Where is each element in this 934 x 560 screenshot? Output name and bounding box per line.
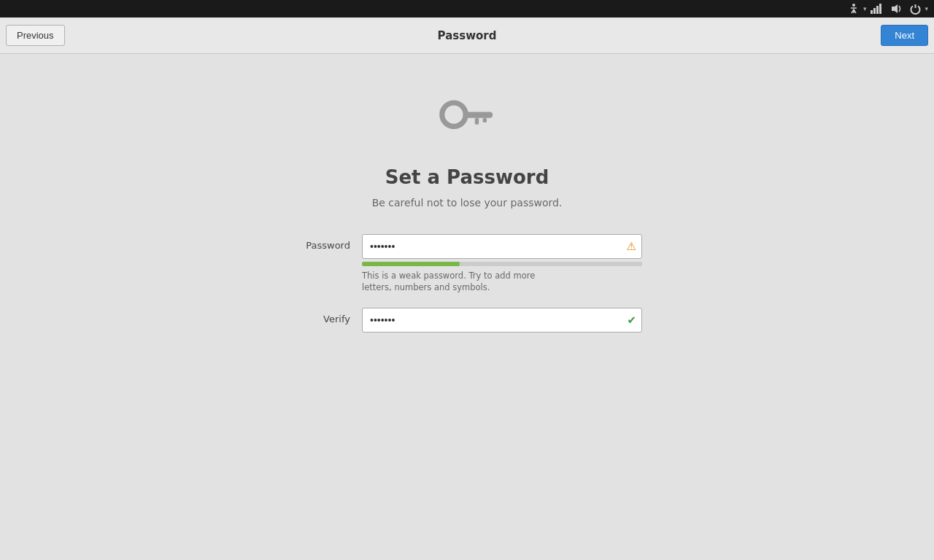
strength-bar-background <box>362 262 642 266</box>
verify-field-container: ✔ <box>362 308 642 332</box>
svg-point-6 <box>442 103 466 126</box>
main-heading: Set a Password <box>385 166 549 188</box>
sound-icon[interactable] <box>888 2 904 15</box>
form-area: Password ⚠ This is a weak password. Try … <box>292 234 642 332</box>
power-group[interactable]: ▾ <box>907 2 928 15</box>
main-content: Set a Password Be careful not to lose yo… <box>0 54 934 560</box>
password-field-container: ⚠ This is a weak password. Try to add mo… <box>362 234 642 293</box>
svg-point-0 <box>852 4 855 7</box>
svg-rect-3 <box>876 6 879 14</box>
page-title: Password <box>438 29 497 42</box>
power-icon[interactable] <box>907 2 923 15</box>
strength-bar-fill <box>362 262 460 266</box>
key-icon <box>434 90 500 141</box>
topbar: ▾ ▾ <box>0 0 934 18</box>
svg-rect-9 <box>483 118 487 122</box>
password-input[interactable] <box>362 234 642 259</box>
main-subheading: Be careful not to lose your password. <box>372 197 563 209</box>
svg-rect-8 <box>475 118 479 125</box>
svg-rect-1 <box>871 10 873 14</box>
strength-hint: This is a weak password. Try to add more… <box>362 270 559 293</box>
password-row: Password ⚠ This is a weak password. Try … <box>292 234 642 293</box>
previous-button[interactable]: Previous <box>6 25 65 46</box>
accessibility-group[interactable]: ▾ <box>846 2 867 15</box>
power-chevron: ▾ <box>925 5 928 12</box>
svg-rect-7 <box>463 112 493 118</box>
accessibility-chevron: ▾ <box>863 5 867 12</box>
verify-input-wrapper: ✔ <box>362 308 642 332</box>
navbar: Previous Password Next <box>0 18 934 54</box>
verify-label: Verify <box>292 308 350 324</box>
svg-rect-4 <box>879 4 881 14</box>
verify-input[interactable] <box>362 308 642 332</box>
svg-marker-5 <box>892 4 898 13</box>
key-icon-container <box>434 90 500 144</box>
next-button[interactable]: Next <box>881 25 928 46</box>
verify-row: Verify ✔ <box>292 308 642 332</box>
svg-rect-2 <box>873 8 876 14</box>
password-input-wrapper: ⚠ <box>362 234 642 259</box>
accessibility-icon[interactable] <box>846 2 862 15</box>
network-icon[interactable] <box>869 2 885 15</box>
password-label: Password <box>292 234 350 251</box>
